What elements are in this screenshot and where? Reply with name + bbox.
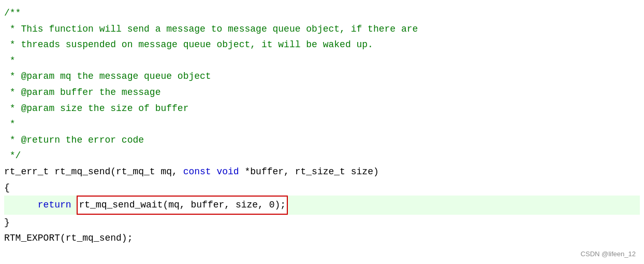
code-line-12: { — [4, 180, 640, 196]
code-block: /** * This function will send a message … — [0, 0, 644, 252]
return-keyword: return — [38, 197, 71, 213]
code-line-6: * @param buffer the message — [4, 85, 640, 101]
code-text: * @param mq the message queue object — [4, 68, 211, 85]
code-text: */ — [4, 148, 21, 164]
code-text: /** — [4, 5, 21, 21]
code-line-7: * @param size the size of buffer — [4, 101, 640, 117]
code-indent — [4, 197, 38, 213]
code-line-13: return rt_mq_send_wait(mq, buffer, size,… — [4, 196, 640, 215]
code-line-5: * @param mq the message queue object — [4, 68, 640, 85]
code-space — [71, 197, 77, 213]
code-text: } — [4, 215, 10, 231]
code-text-part1: rt_err_t rt_mq_send(rt_mq_t mq, — [4, 164, 183, 180]
highlighted-function-call: rt_mq_send_wait(mq, buffer, size, 0); — [77, 196, 288, 215]
code-line-11: rt_err_t rt_mq_send(rt_mq_t mq, const vo… — [4, 164, 640, 180]
code-text: * — [4, 116, 16, 132]
code-line-4: * — [4, 53, 640, 69]
code-text-part3: *buffer, rt_size_t size) — [239, 164, 379, 180]
code-text: { — [4, 180, 10, 196]
code-text: * threads suspended on message queue obj… — [4, 37, 373, 53]
code-line-1: /** — [4, 5, 640, 21]
code-line-9: * @return the error code — [4, 132, 640, 148]
code-line-15: RTM_EXPORT(rt_mq_send); — [4, 230, 640, 246]
code-line-2: * This function will send a message to m… — [4, 21, 640, 37]
code-line-14: } — [4, 215, 640, 231]
code-line-3: * threads suspended on message queue obj… — [4, 37, 640, 53]
code-text: * This function will send a message to m… — [4, 21, 418, 37]
code-text: * @return the error code — [4, 132, 144, 148]
code-line-8: * — [4, 116, 640, 132]
code-text: * @param buffer the message — [4, 85, 160, 101]
code-line-10: */ — [4, 148, 640, 164]
code-text: RTM_EXPORT(rt_mq_send); — [4, 230, 133, 246]
watermark: CSDN @lifeen_12 — [581, 250, 636, 258]
code-text: * — [4, 53, 16, 69]
code-text-part2: const void — [183, 164, 239, 180]
code-text: * @param size the size of buffer — [4, 101, 188, 117]
